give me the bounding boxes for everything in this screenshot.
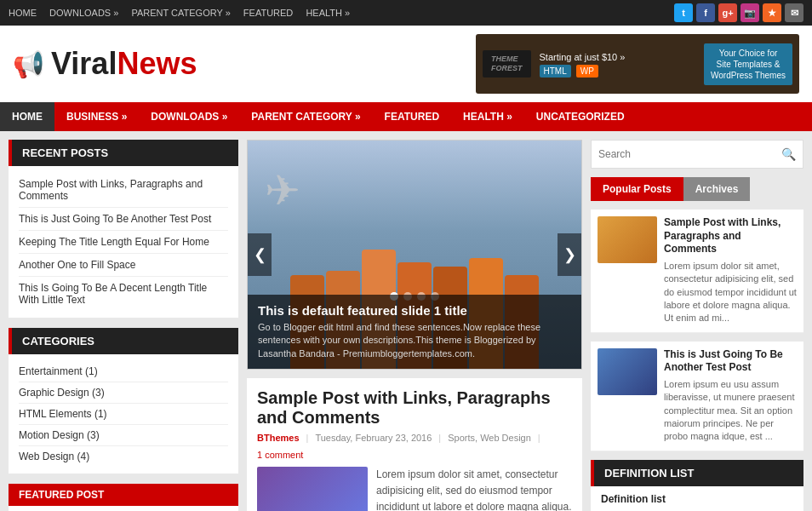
sidebar-post-2-image [598, 348, 657, 395]
nav-downloads[interactable]: DOWNLOADS » [139, 102, 239, 131]
sidebar-post-2: This is Just Going To Be Another Test Po… [591, 342, 803, 451]
search-button[interactable]: 🔍 [781, 147, 796, 161]
topnav-parent-category[interactable]: PARENT CATEGORY » [131, 8, 230, 18]
definition-list-content: Definition list Consectetur adipisicing … [591, 486, 803, 511]
instagram-icon[interactable]: 📷 [741, 3, 759, 22]
site-logo[interactable]: 📢 ViralNews [13, 46, 197, 82]
slider-next-button[interactable]: ❯ [558, 233, 581, 276]
def-description: Consectetur adipisicing elit, sed do eiu… [609, 508, 793, 511]
header-advertisement[interactable]: THEME FOREST Starting at just $10 » HTML… [476, 34, 799, 94]
slider-description: Go to Blogger edit html and find these s… [258, 321, 571, 360]
sidebar-post-1-thumb [598, 216, 657, 263]
def-term: Definition list [601, 493, 793, 505]
tag-sports[interactable]: Sports [448, 433, 475, 443]
post-tabs: Popular Posts Archives [591, 177, 803, 201]
popular-posts-list: Sample Post with Links, Paragraphs and C… [591, 210, 803, 451]
sidebar-post-1-excerpt: Lorem ipsum dolor sit amet, consectetur … [664, 260, 797, 325]
ad-brand: THEME FOREST [483, 50, 531, 78]
sidebar-post-1-image [598, 216, 657, 263]
nav-business[interactable]: BUSINESS » [54, 102, 139, 131]
recent-posts-list: Sample Post with Links, Paragraphs and C… [9, 166, 238, 318]
sidebar-post-2-title[interactable]: This is Just Going To Be Another Test Po… [664, 348, 797, 375]
definition-list-title: DEFINITION LIST [591, 460, 803, 486]
content-wrapper: RECENT POSTS Sample Post with Links, Par… [0, 131, 812, 511]
nav-parent-category[interactable]: PARENT CATEGORY » [239, 102, 372, 131]
slider-caption: This is default featured slide 1 title G… [248, 295, 581, 369]
category-item-entertainment[interactable]: Entertainment (1) [19, 361, 228, 382]
top-bar-nav: HOME DOWNLOADS » PARENT CATEGORY » FEATU… [9, 8, 360, 18]
ad-wp-text: Your Choice forSite Templates &WordPress… [704, 43, 792, 85]
main-content: ✈ ❮ ❯ This i [247, 140, 582, 511]
social-icons: t f g+ 📷 ★ ✉ [674, 3, 803, 22]
article-author[interactable]: BThemes [257, 433, 300, 443]
megaphone-icon: 📢 [13, 49, 44, 79]
topnav-home[interactable]: HOME [9, 8, 37, 18]
site-header: 📢 ViralNews THEME FOREST Starting at jus… [0, 26, 812, 102]
logo-text: ViralNews [51, 46, 197, 82]
recent-post-item[interactable]: This is Just Going To Be Another Test Po… [19, 208, 228, 231]
categories-title: CATEGORIES [9, 328, 238, 354]
featured-post-strip: FEATURED POST [9, 484, 238, 506]
category-item-motion-design[interactable]: Motion Design (3) [19, 425, 228, 446]
category-item-html-elements[interactable]: HTML Elements (1) [19, 404, 228, 425]
recent-posts-title: RECENT POSTS [9, 140, 238, 166]
main-navigation: HOME BUSINESS » DOWNLOADS » PARENT CATEG… [0, 102, 812, 131]
nav-featured[interactable]: FEATURED [373, 102, 451, 131]
categories-list: Entertainment (1) Graphic Design (3) HTM… [9, 354, 238, 474]
main-article: Sample Post with Links, Paragraphs and C… [247, 378, 582, 511]
recent-posts-widget: RECENT POSTS Sample Post with Links, Par… [9, 140, 238, 318]
sidebar-post-2-thumb [598, 348, 657, 395]
meta-separator-1: | [306, 433, 309, 443]
nav-home[interactable]: HOME [0, 102, 54, 131]
topnav-health[interactable]: HEALTH » [306, 8, 350, 18]
sidebar-post-2-info: This is Just Going To Be Another Test Po… [664, 348, 797, 444]
article-body: Lorem ipsum dolor sit amet, consectetur … [257, 467, 572, 511]
search-box: 🔍 [591, 140, 803, 169]
article-title[interactable]: Sample Post with Links, Paragraphs and C… [257, 388, 572, 428]
tab-archives[interactable]: Archives [683, 177, 751, 201]
right-sidebar: 🔍 Popular Posts Archives Sample Post wit… [591, 140, 803, 511]
plane-icon: ✈ [265, 166, 300, 215]
definition-list-widget: DEFINITION LIST Definition list Consecte… [591, 460, 803, 511]
recent-post-item[interactable]: Keeping The Title Length Equal For Home [19, 231, 228, 254]
sidebar-post-1-title[interactable]: Sample Post with Links, Paragraphs and C… [664, 216, 797, 256]
email-icon[interactable]: ✉ [785, 3, 803, 22]
topnav-featured[interactable]: FEATURED [243, 8, 293, 18]
article-meta: BThemes | Tuesday, February 23, 2016 | S… [257, 433, 572, 460]
rss-icon[interactable]: ★ [763, 3, 781, 22]
search-input[interactable] [598, 147, 781, 161]
facebook-icon[interactable]: f [696, 3, 715, 22]
recent-post-item[interactable]: This Is Going To Be A Decent Length Titl… [19, 277, 228, 311]
sidebar-post-1-info: Sample Post with Links, Paragraphs and C… [664, 216, 797, 325]
left-sidebar: RECENT POSTS Sample Post with Links, Par… [9, 140, 238, 511]
slider-title: This is default featured slide 1 title [258, 303, 571, 318]
google-plus-icon[interactable]: g+ [718, 3, 737, 22]
featured-slider: ✈ ❮ ❯ This i [247, 140, 582, 370]
article-tags[interactable]: Sports, Web Design [448, 433, 531, 443]
topnav-downloads[interactable]: DOWNLOADS » [49, 8, 118, 18]
twitter-icon[interactable]: t [674, 3, 693, 22]
article-thumbnail [257, 467, 368, 511]
tab-popular-posts[interactable]: Popular Posts [591, 177, 683, 201]
article-date: Tuesday, February 23, 2016 [315, 433, 432, 443]
ad-brand-name: FOREST [491, 64, 523, 73]
category-item-web-design[interactable]: Web Design (4) [19, 446, 228, 467]
meta-separator-2: | [438, 433, 441, 443]
sidebar-post-2-excerpt: Lorem ipsum eu usu assum liberavisse, ut… [664, 378, 797, 444]
meta-separator-3: | [538, 433, 540, 443]
ad-brand-small: THEME [491, 55, 523, 64]
top-bar: HOME DOWNLOADS » PARENT CATEGORY » FEATU… [0, 0, 812, 26]
nav-uncategorized[interactable]: UNCATEGORIZED [524, 102, 637, 131]
tag-web-design[interactable]: Web Design [480, 433, 531, 443]
article-comments-link[interactable]: 1 comment [257, 450, 303, 460]
nav-health[interactable]: HEALTH » [451, 102, 524, 131]
recent-post-item[interactable]: Another One to Fill Space [19, 254, 228, 277]
slider-prev-button[interactable]: ❮ [248, 233, 272, 276]
category-item-graphic-design[interactable]: Graphic Design (3) [19, 382, 228, 404]
recent-post-item[interactable]: Sample Post with Links, Paragraphs and C… [19, 173, 228, 208]
article-excerpt: Lorem ipsum dolor sit amet, consectetur … [376, 467, 572, 511]
featured-post-widget: FEATURED POST This Is Going To Be A Dece… [9, 484, 238, 511]
featured-post-title[interactable]: This Is Going To Be A Decent [9, 506, 238, 511]
logo-viral: Viral [51, 46, 117, 81]
article-thumb-image [257, 467, 368, 511]
